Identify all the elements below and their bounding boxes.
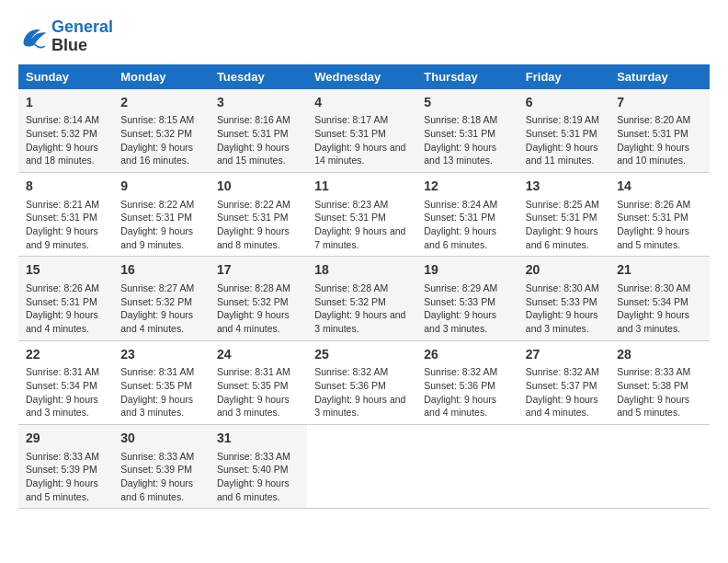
day-number: 19: [424, 261, 511, 280]
calendar-cell-day-9: 9Sunrise: 8:22 AMSunset: 5:31 PMDaylight…: [113, 172, 210, 256]
calendar-cell-day-25: 25Sunrise: 8:32 AMSunset: 5:36 PMDayligh…: [307, 340, 416, 424]
day-info: Sunrise: 8:21 AMSunset: 5:31 PMDaylight:…: [26, 198, 106, 252]
day-info: Sunrise: 8:26 AMSunset: 5:31 PMDaylight:…: [26, 282, 106, 336]
calendar-row-3: 15Sunrise: 8:26 AMSunset: 5:31 PMDayligh…: [18, 257, 710, 340]
calendar-cell-day-7: 7Sunrise: 8:20 AMSunset: 5:31 PMDaylight…: [609, 89, 710, 173]
calendar-cell-day-22: 22Sunrise: 8:31 AMSunset: 5:34 PMDayligh…: [18, 340, 113, 424]
calendar-cell-day-28: 28Sunrise: 8:33 AMSunset: 5:38 PMDayligh…: [609, 340, 710, 424]
header-wednesday: Wednesday: [307, 64, 416, 89]
calendar-cell-day-5: 5Sunrise: 8:18 AMSunset: 5:31 PMDaylight…: [416, 89, 518, 173]
day-info: Sunrise: 8:23 AMSunset: 5:31 PMDaylight:…: [314, 198, 409, 252]
header-friday: Friday: [518, 64, 609, 89]
calendar-cell-day-18: 18Sunrise: 8:28 AMSunset: 5:32 PMDayligh…: [307, 257, 416, 340]
day-info: Sunrise: 8:29 AMSunset: 5:33 PMDaylight:…: [424, 282, 511, 336]
day-info: Sunrise: 8:16 AMSunset: 5:31 PMDaylight:…: [217, 113, 300, 167]
calendar-cell-day-10: 10Sunrise: 8:22 AMSunset: 5:31 PMDayligh…: [210, 172, 307, 256]
calendar-cell-day-1: 1Sunrise: 8:14 AMSunset: 5:32 PMDaylight…: [18, 89, 113, 173]
day-number: 7: [617, 94, 702, 112]
day-info: Sunrise: 8:33 AMSunset: 5:39 PMDaylight:…: [26, 450, 106, 504]
day-number: 2: [120, 94, 202, 112]
calendar-cell-day-29: 29Sunrise: 8:33 AMSunset: 5:39 PMDayligh…: [18, 424, 113, 508]
day-info: Sunrise: 8:26 AMSunset: 5:31 PMDaylight:…: [617, 198, 702, 252]
day-number: 5: [424, 94, 511, 112]
day-info: Sunrise: 8:22 AMSunset: 5:31 PMDaylight:…: [120, 198, 202, 252]
calendar-cell-day-8: 8Sunrise: 8:21 AMSunset: 5:31 PMDaylight…: [18, 172, 113, 256]
day-info: Sunrise: 8:33 AMSunset: 5:40 PMDaylight:…: [217, 450, 300, 504]
day-info: Sunrise: 8:32 AMSunset: 5:36 PMDaylight:…: [314, 365, 409, 419]
calendar-cell-day-14: 14Sunrise: 8:26 AMSunset: 5:31 PMDayligh…: [609, 172, 710, 256]
day-number: 30: [120, 430, 202, 448]
day-info: Sunrise: 8:14 AMSunset: 5:32 PMDaylight:…: [26, 113, 106, 167]
day-info: Sunrise: 8:33 AMSunset: 5:38 PMDaylight:…: [617, 365, 702, 419]
calendar-cell-day-26: 26Sunrise: 8:32 AMSunset: 5:36 PMDayligh…: [416, 340, 518, 424]
logo-text: GeneralBlue: [51, 18, 113, 55]
day-number: 14: [617, 178, 702, 196]
calendar-cell-day-23: 23Sunrise: 8:31 AMSunset: 5:35 PMDayligh…: [113, 340, 210, 424]
day-info: Sunrise: 8:19 AMSunset: 5:31 PMDaylight:…: [526, 113, 602, 167]
calendar-row-4: 22Sunrise: 8:31 AMSunset: 5:34 PMDayligh…: [18, 340, 710, 424]
day-info: Sunrise: 8:30 AMSunset: 5:34 PMDaylight:…: [617, 282, 702, 336]
day-number: 17: [217, 261, 300, 280]
day-info: Sunrise: 8:32 AMSunset: 5:37 PMDaylight:…: [526, 365, 602, 419]
day-info: Sunrise: 8:17 AMSunset: 5:31 PMDaylight:…: [314, 113, 409, 167]
day-number: 6: [526, 94, 602, 112]
day-number: 8: [26, 178, 106, 196]
day-info: Sunrise: 8:20 AMSunset: 5:31 PMDaylight:…: [617, 113, 702, 167]
calendar-cell-day-11: 11Sunrise: 8:23 AMSunset: 5:31 PMDayligh…: [307, 172, 416, 256]
calendar-cell-day-6: 6Sunrise: 8:19 AMSunset: 5:31 PMDaylight…: [518, 89, 609, 173]
calendar-cell-empty: [307, 424, 416, 508]
day-info: Sunrise: 8:22 AMSunset: 5:31 PMDaylight:…: [217, 198, 300, 252]
calendar-cell-day-16: 16Sunrise: 8:27 AMSunset: 5:32 PMDayligh…: [113, 257, 210, 340]
day-number: 25: [314, 346, 409, 364]
day-number: 26: [424, 346, 511, 364]
day-info: Sunrise: 8:27 AMSunset: 5:32 PMDaylight:…: [120, 282, 202, 336]
day-number: 4: [314, 94, 409, 112]
day-info: Sunrise: 8:30 AMSunset: 5:33 PMDaylight:…: [526, 282, 602, 336]
day-number: 13: [526, 178, 602, 196]
day-number: 22: [26, 346, 106, 364]
calendar-row-2: 8Sunrise: 8:21 AMSunset: 5:31 PMDaylight…: [18, 172, 710, 256]
day-info: Sunrise: 8:31 AMSunset: 5:34 PMDaylight:…: [26, 365, 106, 419]
day-number: 3: [217, 94, 300, 112]
day-info: Sunrise: 8:28 AMSunset: 5:32 PMDaylight:…: [314, 282, 409, 336]
day-number: 12: [424, 178, 511, 196]
calendar-cell-day-24: 24Sunrise: 8:31 AMSunset: 5:35 PMDayligh…: [210, 340, 307, 424]
calendar-cell-day-2: 2Sunrise: 8:15 AMSunset: 5:32 PMDaylight…: [113, 89, 210, 173]
day-number: 23: [120, 346, 202, 364]
day-info: Sunrise: 8:28 AMSunset: 5:32 PMDaylight:…: [217, 282, 300, 336]
day-number: 21: [617, 261, 702, 280]
calendar-cell-day-31: 31Sunrise: 8:33 AMSunset: 5:40 PMDayligh…: [210, 424, 307, 508]
day-number: 18: [314, 261, 409, 280]
calendar-cell-day-12: 12Sunrise: 8:24 AMSunset: 5:31 PMDayligh…: [416, 172, 518, 256]
calendar-cell-day-3: 3Sunrise: 8:16 AMSunset: 5:31 PMDaylight…: [210, 89, 307, 173]
header-row: SundayMondayTuesdayWednesdayThursdayFrid…: [18, 64, 710, 89]
header-saturday: Saturday: [609, 64, 710, 89]
day-number: 11: [314, 178, 409, 196]
calendar-table: SundayMondayTuesdayWednesdayThursdayFrid…: [18, 64, 710, 510]
calendar-cell-day-19: 19Sunrise: 8:29 AMSunset: 5:33 PMDayligh…: [416, 257, 518, 340]
calendar-cell-empty: [416, 424, 518, 508]
calendar-cell-day-30: 30Sunrise: 8:33 AMSunset: 5:39 PMDayligh…: [113, 424, 210, 508]
day-number: 24: [217, 346, 300, 364]
day-number: 31: [217, 430, 300, 448]
day-info: Sunrise: 8:24 AMSunset: 5:31 PMDaylight:…: [424, 198, 511, 252]
day-number: 1: [26, 94, 106, 112]
calendar-cell-day-13: 13Sunrise: 8:25 AMSunset: 5:31 PMDayligh…: [518, 172, 609, 256]
calendar-cell-day-21: 21Sunrise: 8:30 AMSunset: 5:34 PMDayligh…: [609, 257, 710, 340]
day-info: Sunrise: 8:15 AMSunset: 5:32 PMDaylight:…: [120, 113, 202, 167]
day-info: Sunrise: 8:18 AMSunset: 5:31 PMDaylight:…: [424, 113, 511, 167]
day-number: 28: [617, 346, 702, 364]
logo: GeneralBlue: [18, 18, 113, 55]
calendar-cell-empty: [518, 424, 609, 508]
day-number: 29: [26, 430, 106, 448]
header-tuesday: Tuesday: [210, 64, 307, 89]
day-info: Sunrise: 8:32 AMSunset: 5:36 PMDaylight:…: [424, 365, 511, 419]
calendar-cell-day-17: 17Sunrise: 8:28 AMSunset: 5:32 PMDayligh…: [210, 257, 307, 340]
calendar-cell-day-15: 15Sunrise: 8:26 AMSunset: 5:31 PMDayligh…: [18, 257, 113, 340]
day-info: Sunrise: 8:25 AMSunset: 5:31 PMDaylight:…: [526, 198, 602, 252]
calendar-cell-day-20: 20Sunrise: 8:30 AMSunset: 5:33 PMDayligh…: [518, 257, 609, 340]
logo-icon: [18, 24, 48, 50]
day-info: Sunrise: 8:33 AMSunset: 5:39 PMDaylight:…: [120, 450, 202, 504]
calendar-cell-empty: [609, 424, 710, 508]
header-thursday: Thursday: [416, 64, 518, 89]
